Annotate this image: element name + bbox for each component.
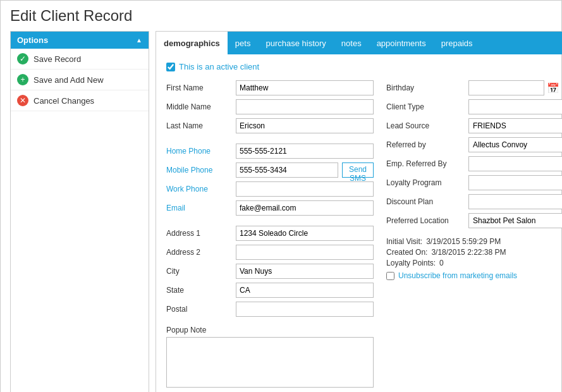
content-area: demographics pets purchase history notes… [156,31,562,392]
work-phone-row: Work Phone [166,181,374,197]
home-phone-input[interactable] [236,144,374,159]
email-input[interactable] [236,200,374,216]
loyalty-points-value: 0 [439,259,444,267]
calendar-icon[interactable]: 📅 [547,82,559,94]
sidebar-item-save-add-new[interactable]: + Save and Add New [11,70,149,90]
postal-input[interactable] [236,302,374,317]
initial-visit-row: Initial Visit: 3/19/2015 5:59:29 PM [386,237,562,246]
sidebar: Options ▲ ✓ Save Record + Save and Add N… [10,31,149,392]
last-name-row: Last Name [166,118,374,133]
first-name-row: First Name [166,80,374,95]
mobile-phone-label: Mobile Phone [166,166,236,175]
sidebar-collapse-icon[interactable]: ▲ [136,37,142,44]
popup-note-section: Popup Note [166,326,374,389]
client-type-select[interactable] [468,99,562,114]
email-label: Email [166,204,236,212]
loyalty-points-row: Loyalty Points: 0 [386,259,562,267]
tab-notes[interactable]: notes [334,32,369,54]
first-name-input[interactable] [236,80,374,95]
tab-pets[interactable]: pets [228,32,259,54]
tabs-bar: demographics pets purchase history notes… [156,32,562,54]
lead-source-row: Lead Source FRIENDS [386,118,562,133]
cancel-changes-label: Cancel Changes [34,96,94,106]
middle-name-row: Middle Name [166,99,374,114]
info-section: Initial Visit: 3/19/2015 5:59:29 PM Crea… [386,237,562,280]
sidebar-header-label: Options [17,35,48,45]
referred-by-row: Referred by Allectus Convoy [386,137,562,152]
loyalty-points-label: Loyalty Points: [386,259,436,267]
save-add-new-icon: + [17,74,28,85]
unsub-checkbox[interactable] [386,272,394,280]
active-client-checkbox[interactable] [166,63,175,71]
address2-label: Address 2 [166,248,236,257]
active-client-row: This is an active client [166,62,562,71]
discount-plan-select[interactable] [468,194,562,209]
save-record-label: Save Record [34,54,81,64]
preferred-location-row: Preferred Location Shazbot Pet Salon [386,213,562,228]
tab-purchase-history[interactable]: purchase history [258,32,333,54]
mobile-phone-row: Mobile Phone Send SMS [166,162,374,178]
save-record-icon: ✓ [17,53,28,64]
last-name-input[interactable] [236,118,374,133]
page-title: Edit Client Record [10,7,552,25]
created-on-row: Created On: 3/18/2015 2:22:38 PM [386,248,562,257]
first-name-label: First Name [166,83,236,92]
email-row: Email [166,200,374,216]
home-phone-label: Home Phone [166,147,236,156]
initial-visit-value: 3/19/2015 5:59:29 PM [426,237,501,246]
save-add-new-label: Save and Add New [34,75,104,85]
birthday-row: Birthday 📅 [386,80,562,95]
city-input[interactable] [236,264,374,279]
main-layout: Options ▲ ✓ Save Record + Save and Add N… [10,31,552,392]
address2-input[interactable] [236,245,374,260]
postal-label: Postal [166,305,236,314]
sidebar-item-cancel-changes[interactable]: ✕ Cancel Changes [11,90,149,111]
client-type-label: Client Type [386,102,468,111]
popup-note-textarea[interactable] [166,337,374,388]
middle-name-label: Middle Name [166,102,236,111]
emp-referred-label: Emp. Referred By [386,159,468,168]
preferred-location-select[interactable]: Shazbot Pet Salon [468,213,562,228]
city-label: City [166,267,236,276]
page-wrapper: Edit Client Record Options ▲ ✓ Save Reco… [0,0,562,392]
send-sms-button[interactable]: Send SMS [342,162,374,178]
birthday-input[interactable] [468,80,544,95]
form-right: Birthday 📅 Client Type [386,80,562,389]
address1-row: Address 1 [166,226,374,241]
emp-referred-row: Emp. Referred By [386,156,562,171]
tab-appointments[interactable]: appointments [369,32,434,54]
city-row: City [166,264,374,279]
state-input[interactable] [236,283,374,298]
sidebar-header: Options ▲ [11,32,149,49]
client-type-row: Client Type [386,99,562,114]
initial-visit-label: Initial Visit: [386,237,422,246]
cancel-changes-icon: ✕ [17,95,28,106]
sidebar-item-save-record[interactable]: ✓ Save Record [11,49,149,70]
created-on-value: 3/18/2015 2:22:38 PM [431,248,506,257]
preferred-location-label: Preferred Location [386,216,468,225]
mobile-phone-input[interactable] [236,162,338,178]
tab-prepaids[interactable]: prepaids [434,32,480,54]
form-columns: First Name Middle Name Last Name [166,80,562,389]
work-phone-input[interactable] [236,181,374,197]
home-phone-row: Home Phone [166,144,374,159]
created-on-label: Created On: [386,248,427,257]
discount-plan-row: Discount Plan [386,194,562,209]
tab-demographics[interactable]: demographics [156,32,228,54]
discount-plan-label: Discount Plan [386,197,468,206]
emp-referred-select[interactable] [468,156,562,171]
state-label: State [166,286,236,295]
loyalty-program-row: Loyalty Program [386,175,562,190]
loyalty-program-select[interactable] [468,175,562,190]
form-left: First Name Middle Name Last Name [166,80,374,389]
lead-source-label: Lead Source [386,121,468,130]
lead-source-select[interactable]: FRIENDS [468,118,562,133]
loyalty-program-label: Loyalty Program [386,178,468,187]
referred-by-select[interactable]: Allectus Convoy [468,137,562,152]
postal-row: Postal [166,302,374,317]
address2-row: Address 2 [166,245,374,260]
active-client-label: This is an active client [179,62,259,71]
address1-input[interactable] [236,226,374,241]
referred-by-label: Referred by [386,140,468,149]
middle-name-input[interactable] [236,99,374,114]
